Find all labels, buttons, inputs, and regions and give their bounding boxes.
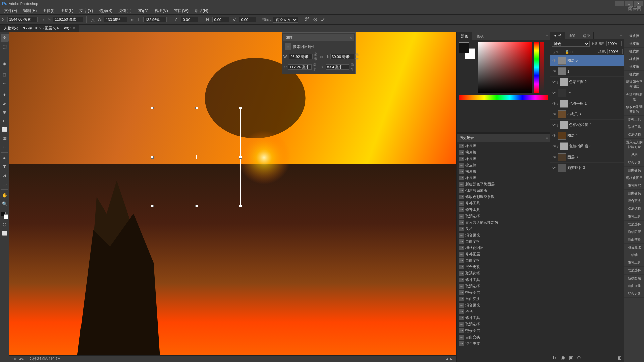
right-action-item[interactable]: 自由变换 xyxy=(624,282,644,290)
prop-x-input[interactable] xyxy=(288,64,312,70)
layer-item[interactable]: 👁图层 4 xyxy=(550,130,624,141)
lock-image-icon[interactable]: ✎ xyxy=(556,50,559,54)
warp-icon[interactable]: ⌘ xyxy=(304,17,310,23)
layer-visibility-toggle[interactable]: 👁 xyxy=(552,122,557,128)
lock-artboard-icon[interactable]: ⊡ xyxy=(570,50,573,54)
hand-tool[interactable]: ✋ xyxy=(1,191,9,199)
menu-item-L[interactable]: 图层(L) xyxy=(58,7,76,14)
history-item[interactable]: ↩自由变换 xyxy=(457,257,549,264)
delete-layer-button[interactable]: 🗑 xyxy=(616,354,623,361)
right-action-item[interactable]: 橡皮擦 xyxy=(624,63,644,71)
create-group-button[interactable]: ▣ xyxy=(568,354,574,361)
right-action-item[interactable]: 自由变换 xyxy=(624,167,644,174)
history-item[interactable]: ↩置入嵌入的智能对象 xyxy=(457,219,549,226)
pen-tool[interactable]: ✒ xyxy=(1,154,9,162)
layers-tab[interactable]: 图层 xyxy=(550,32,565,39)
new-layer-button[interactable]: ⊕ xyxy=(576,354,582,361)
layer-visibility-toggle[interactable]: 👁 xyxy=(552,165,557,171)
history-item[interactable]: ↩橡皮擦 xyxy=(457,149,549,156)
right-action-item[interactable]: 修改色彩调整参数 xyxy=(624,103,644,116)
history-item[interactable]: ↩修补图层 xyxy=(457,251,549,257)
right-action-item[interactable]: 拖移图层 xyxy=(624,275,644,282)
history-item[interactable]: ↩栅格化图层 xyxy=(457,245,549,251)
history-item[interactable]: ↩混合更改 xyxy=(457,264,549,270)
history-item[interactable]: ↩混合更改 xyxy=(457,302,549,308)
menu-item-F[interactable]: 文件(F) xyxy=(1,7,20,14)
eyedropper-tool[interactable]: ✏ xyxy=(1,79,9,87)
zoom-tool[interactable]: 🔍 xyxy=(1,200,9,208)
history-item[interactable]: ↩新建颜色平衡图层 xyxy=(457,181,549,187)
right-action-item[interactable]: 栅格化图层 xyxy=(624,174,644,182)
maximize-button[interactable]: □ xyxy=(625,1,633,6)
history-item[interactable]: ↩移动 xyxy=(457,308,549,315)
channels-tab[interactable]: 通道 xyxy=(565,32,579,39)
confirm-transform-icon[interactable]: ✓ xyxy=(320,17,326,23)
color-gradient-picker[interactable] xyxy=(478,42,532,93)
move-tool[interactable]: ✛ xyxy=(1,34,9,42)
history-item[interactable]: ↩修改色彩调整参数 xyxy=(457,194,549,200)
screen-mode-tool[interactable]: ⬜ xyxy=(1,229,9,237)
layer-item[interactable]: 👁ƒ色相/饱和度 4 xyxy=(550,120,624,130)
add-mask-button[interactable]: ◉ xyxy=(559,354,566,361)
history-item[interactable]: ↩橡皮擦 xyxy=(457,143,549,149)
menu-item-T[interactable]: 滤镜(T) xyxy=(116,7,134,14)
right-action-item[interactable]: 修补工具 xyxy=(624,213,644,221)
right-action-item[interactable]: 混合更改 xyxy=(624,244,644,251)
right-action-item[interactable]: 自由变换 xyxy=(624,190,644,197)
lock-all-icon[interactable]: 🔒 xyxy=(565,50,569,54)
right-action-item[interactable]: 混合更改 xyxy=(624,290,644,298)
right-action-item[interactable]: 新建颜色平衡图层 xyxy=(624,78,644,91)
prop-y-input[interactable] xyxy=(326,64,349,70)
h-input[interactable] xyxy=(143,17,167,22)
document-tab[interactable]: 人物素材.JPG @ 101% (图层 5, RGB/8) * × xyxy=(0,25,79,32)
layer-visibility-toggle[interactable]: 👁 xyxy=(552,155,557,160)
lock-transparent-icon[interactable]: ⬚ xyxy=(552,50,555,54)
crop-tool[interactable]: ⊡ xyxy=(1,71,9,79)
menu-item-H[interactable]: 帮助(H) xyxy=(192,7,211,14)
history-item[interactable]: ↩自由变换 xyxy=(457,334,549,340)
prop-h-input[interactable] xyxy=(330,54,354,59)
history-item[interactable]: ↩取消选择 xyxy=(457,321,549,327)
layer-item[interactable]: 👁上 xyxy=(550,87,624,98)
color-tab[interactable]: 颜色 xyxy=(457,32,472,40)
interp-select[interactable]: 两次立方 xyxy=(273,17,298,23)
history-item[interactable]: ↩混合更改 xyxy=(457,340,549,347)
menu-item-S[interactable]: 选择(S) xyxy=(96,7,115,14)
layer-visibility-toggle[interactable]: 👁 xyxy=(552,69,557,74)
history-item[interactable]: ↩拖移图层 xyxy=(457,289,549,296)
layer-item[interactable]: 👁ƒ色相/饱和度 3 xyxy=(550,141,624,152)
secondary-bar[interactable] xyxy=(540,42,544,93)
layer-visibility-toggle[interactable]: 👁 xyxy=(552,101,557,106)
shape-tool[interactable]: ▭ xyxy=(1,180,9,188)
canvas-area[interactable]: 101.4% 文档:34.9M/410.7M ◄ ► xyxy=(9,32,456,362)
brush-tool[interactable]: 🖌 xyxy=(1,99,9,107)
menu-item-Y[interactable]: 文字(Y) xyxy=(77,7,96,14)
right-action-item[interactable]: 像皮擦 xyxy=(624,32,644,40)
layer-visibility-toggle[interactable]: 👁 xyxy=(552,144,557,149)
right-action-item[interactable]: 取消选择 xyxy=(624,205,644,213)
history-item[interactable]: ↩创建剪贴蒙版 xyxy=(457,187,549,194)
right-action-item[interactable]: 置入嵌入的智能对象 xyxy=(624,139,644,151)
layer-item[interactable]: 👁ƒ色彩平衡 2 xyxy=(550,77,624,87)
history-item[interactable]: ↩橡皮擦 xyxy=(457,156,549,162)
layer-item[interactable]: 👁1 xyxy=(550,66,624,77)
color-spectrum-bar[interactable] xyxy=(459,95,548,100)
right-action-item[interactable]: 移动 xyxy=(624,251,644,259)
path-tool[interactable]: ⊿ xyxy=(1,171,9,179)
history-item[interactable]: ↩混合更改 xyxy=(457,232,549,238)
marquee-tool[interactable]: ⬚ xyxy=(1,42,9,50)
menu-item-E[interactable]: 编辑(E) xyxy=(20,7,39,14)
opacity-input[interactable] xyxy=(606,41,622,46)
right-action-item[interactable]: 橡皮擦 xyxy=(624,55,644,63)
right-action-item[interactable]: 混合更改 xyxy=(624,197,644,205)
layer-item[interactable]: 👁图层 5 xyxy=(550,55,624,66)
history-item[interactable]: ↩取消选择 xyxy=(457,213,549,219)
foreground-swatch[interactable] xyxy=(459,42,469,53)
history-item[interactable]: ↩修补工具 xyxy=(457,200,549,206)
paths-tab[interactable]: 路径 xyxy=(579,32,594,39)
quick-select-tool[interactable]: ⊕ xyxy=(1,60,9,68)
layer-item[interactable]: 👁3 拷贝 3 xyxy=(550,109,624,120)
history-item[interactable]: ↩橡皮擦 xyxy=(457,168,549,175)
angle-input[interactable] xyxy=(181,17,198,22)
properties-panel-close[interactable]: × xyxy=(350,36,352,40)
